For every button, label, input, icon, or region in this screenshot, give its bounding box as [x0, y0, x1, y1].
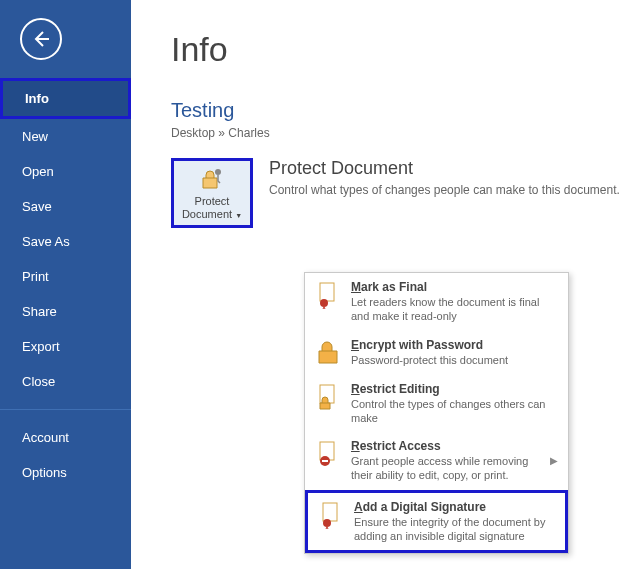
- protect-document-label: Protect Document ▼: [174, 195, 250, 219]
- menu-final[interactable]: Mark as FinalLet readers know the docume…: [305, 273, 568, 331]
- protect-document-button[interactable]: Protect Document ▼: [171, 158, 253, 228]
- menu-desc: Control the types of changes others can …: [351, 397, 558, 426]
- sidebar-item-new[interactable]: New: [0, 119, 131, 154]
- encrypt-icon: [315, 338, 341, 368]
- menu-desc: Ensure the integrity of the document by …: [354, 515, 555, 544]
- menu-access[interactable]: Restrict AccessGrant people access while…: [305, 432, 568, 490]
- sidebar-item-options[interactable]: Options: [0, 455, 131, 490]
- sidebar-item-info[interactable]: Info: [0, 78, 131, 119]
- menu-label: Encrypt with Password: [351, 338, 558, 352]
- breadcrumb: Desktop » Charles: [171, 126, 635, 140]
- document-title: Testing: [171, 99, 635, 122]
- arrow-left-icon: [31, 29, 51, 49]
- protect-document-heading: Protect Document: [269, 158, 620, 179]
- sidebar-item-account[interactable]: Account: [0, 420, 131, 455]
- menu-label: Mark as Final: [351, 280, 558, 294]
- protect-document-menu: Mark as FinalLet readers know the docume…: [304, 272, 569, 554]
- sidebar-separator: [0, 409, 131, 410]
- menu-desc: Password-protect this document: [351, 353, 558, 367]
- menu-encrypt[interactable]: Encrypt with PasswordPassword-protect th…: [305, 331, 568, 375]
- final-icon: [315, 280, 341, 310]
- sidebar-item-open[interactable]: Open: [0, 154, 131, 189]
- svg-point-2: [320, 299, 328, 307]
- sidebar-item-export[interactable]: Export: [0, 329, 131, 364]
- page-title: Info: [171, 30, 635, 69]
- svg-point-0: [215, 169, 221, 175]
- backstage-sidebar: InfoNewOpenSaveSave AsPrintShareExportCl…: [0, 0, 131, 569]
- sidebar-item-print[interactable]: Print: [0, 259, 131, 294]
- menu-sign[interactable]: Add a Digital SignatureEnsure the integr…: [305, 490, 568, 554]
- sidebar-item-save[interactable]: Save: [0, 189, 131, 224]
- menu-desc: Let readers know the document is final a…: [351, 295, 558, 324]
- sidebar-item-share[interactable]: Share: [0, 294, 131, 329]
- menu-edit[interactable]: Restrict EditingControl the types of cha…: [305, 375, 568, 433]
- svg-rect-7: [323, 503, 337, 521]
- menu-label: Add a Digital Signature: [354, 500, 555, 514]
- submenu-arrow-icon: ▶: [550, 455, 558, 466]
- back-button[interactable]: [20, 18, 62, 60]
- svg-rect-6: [322, 460, 328, 462]
- sidebar-item-save-as[interactable]: Save As: [0, 224, 131, 259]
- access-icon: [315, 439, 341, 469]
- lock-key-icon: [198, 166, 226, 192]
- menu-desc: Grant people access while removing their…: [351, 454, 536, 483]
- sign-icon: [318, 500, 344, 530]
- info-pane: Info Testing Desktop » Charles Protect D…: [131, 0, 635, 569]
- svg-point-8: [323, 519, 331, 527]
- menu-label: Restrict Editing: [351, 382, 558, 396]
- menu-label: Restrict Access: [351, 439, 536, 453]
- edit-icon: [315, 382, 341, 412]
- sidebar-item-close[interactable]: Close: [0, 364, 131, 399]
- svg-rect-1: [320, 283, 334, 301]
- protect-document-subtext: Control what types of changes people can…: [269, 183, 620, 197]
